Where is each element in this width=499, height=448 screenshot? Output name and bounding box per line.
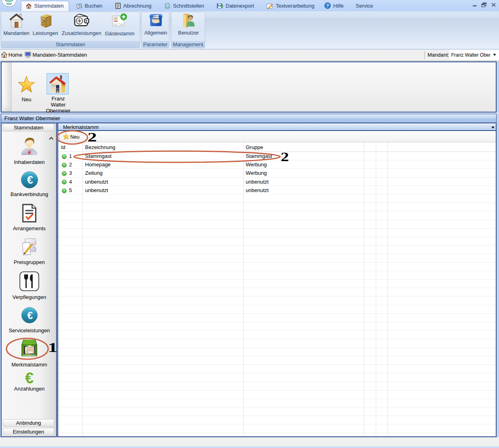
svg-text:?: ? bbox=[326, 3, 329, 8]
svg-text:€: € bbox=[27, 174, 33, 186]
svg-text:€: € bbox=[27, 310, 33, 321]
